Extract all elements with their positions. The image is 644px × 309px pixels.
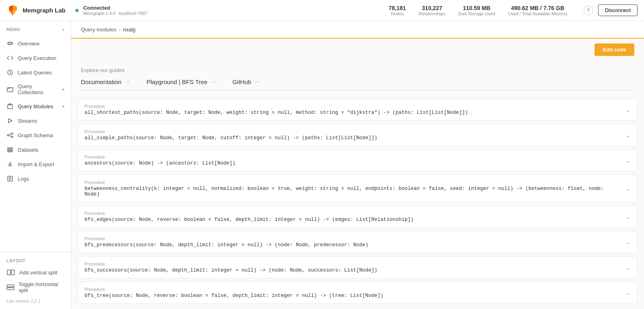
sidebar-bottom: LAYOUT Add vertical split Toggle horizon… — [0, 251, 71, 309]
stats-area: 78,181 Nodes 310,227 Relationships 110.5… — [389, 5, 568, 16]
content-area: Query modules › nxalg Edit code Explore … — [71, 21, 644, 309]
main-layout: MENU ‹ Overview Query Execution Lat — [0, 21, 644, 309]
procedure-signature: bfs_edges(source: Node, reverse: boolean… — [85, 217, 621, 222]
procedure-type-label: Procedure — [85, 211, 621, 216]
table-row: Procedure all_simple_paths(source: Node,… — [78, 124, 638, 146]
procedure-signature: bfs_predecessors(source: Node, depth_lim… — [85, 242, 621, 248]
sidebar-item-latest-queries[interactable]: Latest Queries — [0, 65, 71, 80]
table-row: Procedure bfs_edges(source: Node, revers… — [78, 206, 638, 228]
procedure-type-label: Procedure — [85, 287, 621, 292]
sidebar-item-query-execution[interactable]: Query Execution — [0, 51, 71, 65]
play-icon — [6, 117, 14, 124]
sidebar-nav: Overview Query Execution Latest Queries … — [0, 36, 71, 251]
sidebar-item-graph-schema[interactable]: Graph Schema — [0, 128, 71, 142]
connection-status: Connected Memgraph 2.4.0 localhost:7687 — [83, 5, 147, 16]
breadcrumb-current: nxalg — [123, 27, 136, 33]
arrow-icon: → — [254, 78, 260, 85]
collapse-sidebar-button[interactable]: ‹ — [62, 26, 64, 33]
procedure-header[interactable]: Procedure betweenness_centrality(k: inte… — [78, 175, 637, 202]
procedure-header[interactable]: Procedure bfs_predecessors(source: Node,… — [78, 231, 637, 253]
clock-icon — [6, 69, 14, 76]
chevron-down-icon: ⌄ — [626, 157, 631, 164]
procedure-header[interactable]: Procedure bfs_successors(source: Node, d… — [78, 257, 637, 278]
svg-marker-5 — [8, 119, 12, 123]
arrow-icon: → — [124, 78, 130, 85]
connection-meta: Memgraph 2.4.0 localhost:7687 — [83, 11, 147, 16]
sidebar-item-streams[interactable]: Streams — [0, 113, 71, 128]
version-text: Lab version 2.2.1 — [0, 296, 71, 306]
documentation-link[interactable]: Documentation → — [81, 78, 130, 85]
github-link[interactable]: GitHub → — [232, 78, 260, 85]
stat-disk: 110.59 MB Disk Storage Used — [458, 5, 495, 16]
svg-point-0 — [9, 42, 11, 45]
code-icon — [6, 54, 14, 62]
table-row: Procedure bfs_predecessors(source: Node,… — [78, 231, 638, 253]
procedure-type-label: Procedure — [85, 180, 621, 185]
procedure-header[interactable]: Procedure all_simple_paths(source: Node,… — [78, 124, 637, 146]
svg-rect-12 — [8, 149, 12, 150]
procedure-signature: bfs_tree(source: Node, reverse: boolean … — [85, 293, 621, 299]
procedure-header[interactable]: Procedure ancestors(source: Node) -> (an… — [78, 150, 637, 171]
vertical-split-icon — [6, 269, 15, 276]
box-icon — [6, 103, 14, 110]
chevron-down-icon: ⌄ — [626, 214, 631, 220]
procedure-type-label: Procedure — [85, 129, 621, 134]
procedures-list: Procedure all_shortest_paths(source: Nod… — [71, 95, 644, 309]
help-button[interactable]: ? — [584, 6, 593, 15]
guides-title: Explore our guides — [81, 67, 634, 73]
breadcrumb-parent: Query modules — [81, 27, 116, 33]
breadcrumb: Query modules › nxalg — [71, 21, 644, 39]
chevron-down-icon: ⌄ — [626, 290, 631, 296]
chevron-down-icon: ⌄ — [626, 132, 631, 138]
disconnect-button[interactable]: Disconnect — [598, 4, 638, 16]
procedure-type-label: Procedure — [85, 262, 621, 266]
procedure-header[interactable]: Procedure bfs_edges(source: Node, revers… — [78, 206, 637, 227]
sidebar-item-import-export[interactable]: Import & Export — [0, 157, 71, 171]
stat-memory: 490.62 MB / 7.76 GB Used / Total Availab… — [508, 5, 568, 16]
procedure-signature: bfs_successors(source: Node, depth_limit… — [85, 268, 621, 273]
chevron-down-icon: ⌄ — [626, 107, 631, 113]
topbar-actions: ? Disconnect — [584, 4, 638, 16]
playground-link[interactable]: Playground | BFS Tree → — [147, 78, 216, 85]
logo-area: Memgraph Lab — [6, 4, 66, 17]
procedure-content: Procedure all_simple_paths(source: Node,… — [85, 129, 621, 141]
procedure-header[interactable]: Procedure all_shortest_paths(source: Nod… — [78, 99, 637, 120]
arrow-icon: → — [210, 78, 216, 85]
svg-rect-18 — [7, 270, 10, 275]
sidebar: MENU ‹ Overview Query Execution Lat — [0, 21, 71, 309]
procedure-content: Procedure bfs_tree(source: Node, reverse… — [85, 287, 621, 299]
sidebar-item-query-collections[interactable]: Query Collections ▾ — [0, 80, 71, 99]
toggle-horizontal-split-button[interactable]: Toggle horizontal split — [0, 278, 71, 296]
memgraph-logo — [6, 4, 19, 17]
table-row: Procedure betweenness_centrality(k: inte… — [78, 175, 638, 202]
procedure-content: Procedure betweenness_centrality(k: inte… — [85, 180, 621, 197]
chevron-down-icon: ⌄ — [626, 239, 631, 245]
procedure-type-label: Procedure — [85, 236, 621, 241]
svg-line-9 — [9, 134, 11, 135]
table-row: Procedure ancestors(source: Node) -> (an… — [78, 149, 638, 171]
procedure-signature: ancestors(source: Node) -> (ancestors: L… — [85, 161, 621, 166]
sidebar-item-logs[interactable]: Logs — [0, 171, 71, 186]
svg-point-7 — [11, 133, 13, 134]
sidebar-item-query-modules[interactable]: Query Modules ▾ — [0, 99, 71, 113]
procedure-content: Procedure all_shortest_paths(source: Nod… — [85, 104, 621, 115]
connection-dot — [75, 9, 78, 12]
svg-point-8 — [11, 136, 13, 138]
chevron-down-icon: ▾ — [62, 87, 64, 92]
chevron-down-icon: ⌄ — [626, 185, 631, 192]
folder-icon — [6, 86, 14, 93]
horizontal-split-icon — [6, 284, 14, 290]
guides-divider — [81, 90, 634, 91]
sidebar-item-overview[interactable]: Overview — [0, 36, 71, 51]
edit-code-button[interactable]: Edit code — [594, 43, 634, 56]
top-actions-bar: Edit code — [71, 39, 644, 61]
chevron-down-icon-modules: ▾ — [62, 104, 64, 109]
svg-point-6 — [7, 134, 9, 136]
procedure-content: Procedure bfs_predecessors(source: Node,… — [85, 236, 621, 248]
procedure-header[interactable]: Procedure bfs_tree(source: Node, reverse… — [78, 282, 637, 303]
guides-links: Documentation → Playground | BFS Tree → … — [81, 78, 634, 85]
sidebar-item-datasets[interactable]: Datasets — [0, 142, 71, 157]
dataset-icon — [6, 146, 14, 153]
add-vertical-split-button[interactable]: Add vertical split — [0, 266, 71, 278]
stat-relationships: 310,227 Relationships — [419, 5, 445, 16]
